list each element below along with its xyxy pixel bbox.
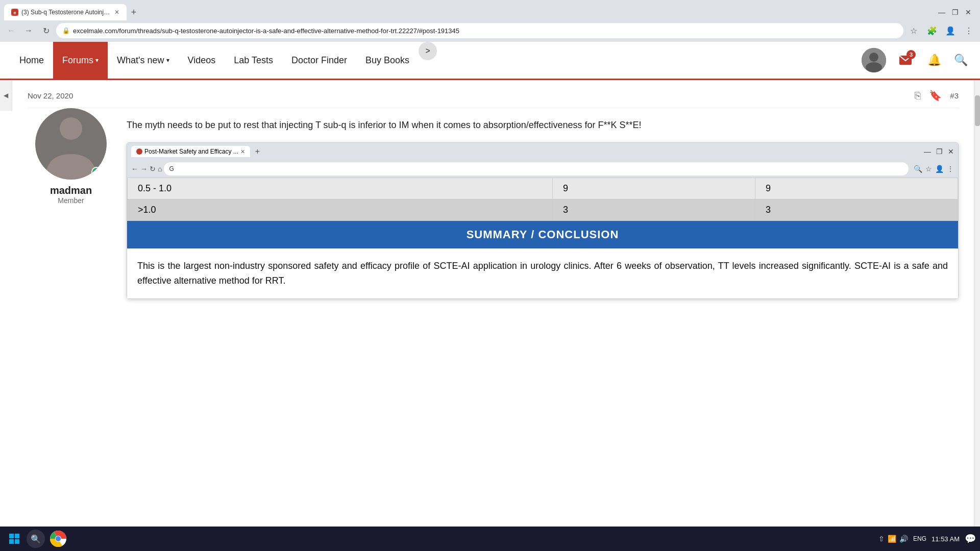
bookmark-icon[interactable]: 🔖 (929, 89, 942, 102)
taskbar: 🔍 ⇧ 📶 🔊 ENG 11:53 AM 💬 (0, 527, 980, 551)
site-nav: Home Forums ▾ What's new ▾ Videos Lab Te… (0, 42, 980, 80)
taskbar-chrome-icon[interactable] (49, 530, 67, 548)
table-cell-val2-2: 3 (755, 199, 958, 221)
windows-start-button[interactable] (4, 529, 24, 549)
reload-button[interactable]: ↻ (39, 23, 53, 38)
share-icon[interactable]: ⎘ (915, 90, 921, 102)
svg-rect-12 (15, 534, 19, 538)
embedded-win-controls: — ❐ ✕ (924, 147, 954, 156)
summary-header: SUMMARY / CONCLUSION (127, 221, 958, 248)
svg-text:e: e (13, 10, 16, 15)
embedded-restore[interactable]: ❐ (936, 147, 943, 156)
post-body: The myth needs to be put to rest that in… (127, 108, 959, 309)
user-avatar-nav[interactable] (862, 48, 886, 72)
bookmark-star-icon[interactable]: ☆ (906, 23, 921, 38)
data-table: 0.5 - 1.0 9 9 >1.0 3 3 (127, 178, 958, 221)
forums-chevron-icon: ▾ (95, 57, 99, 64)
embedded-reload[interactable]: ↻ (150, 165, 156, 173)
nav-videos[interactable]: Videos (179, 42, 225, 79)
arrow-up-icon[interactable]: ⇧ (878, 535, 885, 543)
taskbar-right: ⇧ 📶 🔊 ENG 11:53 AM 💬 (878, 533, 976, 544)
nav-more-button[interactable]: > (419, 42, 437, 60)
back-button[interactable]: ← (4, 23, 18, 38)
embedded-tab[interactable]: Post-Market Safety and Efficacy ... ✕ (131, 146, 250, 157)
main-content: Nov 22, 2020 ⎘ 🔖 #3 (12, 80, 974, 527)
volume-icon[interactable]: 🔊 (899, 535, 908, 543)
embedded-back[interactable]: ← (131, 165, 138, 173)
taskbar-search-button[interactable]: 🔍 (27, 530, 45, 548)
nav-whats-new[interactable]: What's new ▾ (108, 42, 178, 79)
forward-button[interactable]: → (21, 23, 36, 38)
summary-body: This is the largest non-industry sponsor… (127, 248, 958, 298)
table-cell-range-1: 0.5 - 1.0 (128, 178, 553, 199)
minimize-button[interactable]: — (938, 9, 945, 16)
nav-forums[interactable]: Forums ▾ (53, 42, 108, 79)
messages-button[interactable]: 3 (894, 49, 917, 71)
search-button[interactable]: 🔍 (951, 51, 970, 69)
close-button[interactable]: ✕ (965, 9, 972, 16)
embedded-forward[interactable]: → (140, 165, 148, 173)
profile-icon[interactable]: 👤 (943, 23, 958, 38)
embedded-tab-close[interactable]: ✕ (240, 148, 245, 155)
site-wrapper: Home Forums ▾ What's new ▾ Videos Lab Te… (0, 42, 980, 527)
user-role: Member (58, 196, 84, 205)
nav-lab-tests[interactable]: Lab Tests (225, 42, 282, 79)
address-bar[interactable]: 🔒 excelmale.com/forum/threads/sub-q-test… (56, 23, 903, 38)
window-controls: — ❐ ✕ (938, 9, 976, 16)
sidebar-collapse-button[interactable]: ◀ (0, 80, 12, 111)
embedded-close[interactable]: ✕ (948, 147, 954, 156)
network-icon[interactable]: 📶 (888, 535, 896, 543)
table-row: 0.5 - 1.0 9 9 (128, 178, 958, 199)
scrollbar-thumb[interactable] (975, 95, 980, 126)
notifications-button[interactable]: 🔔 (925, 51, 943, 69)
lock-icon: 🔒 (62, 27, 70, 34)
svg-point-4 (866, 62, 882, 72)
active-tab[interactable]: e (3) Sub-q Testosterone Autoinject... ✕ (4, 4, 127, 20)
tab-close-button[interactable]: ✕ (114, 9, 119, 16)
embedded-browser: Post-Market Safety and Efficacy ... ✕ + … (127, 142, 959, 299)
nav-home[interactable]: Home (10, 42, 53, 79)
restore-button[interactable]: ❐ (951, 9, 959, 16)
table-row: >1.0 3 3 (128, 199, 958, 221)
right-scrollbar[interactable] (974, 80, 980, 527)
language-indicator: ENG (913, 535, 926, 542)
whats-new-chevron-icon: ▾ (166, 57, 169, 64)
table-cell-range-2: >1.0 (128, 199, 553, 221)
notification-center-icon[interactable]: 💬 (965, 533, 976, 544)
clock: 11:53 AM (932, 535, 960, 543)
nav-buy-books[interactable]: Buy Books (356, 42, 419, 79)
post-row: madman Member The myth needs to be put t… (28, 108, 959, 309)
svg-point-17 (56, 536, 61, 541)
embedded-star-icon[interactable]: ☆ (925, 165, 932, 173)
embedded-url-text: G (169, 165, 174, 172)
embedded-url-bar[interactable]: G (164, 162, 909, 176)
tab-label: (3) Sub-q Testosterone Autoinject... (21, 9, 111, 16)
svg-point-9 (94, 169, 99, 174)
embedded-profile-icon[interactable]: 👤 (935, 165, 944, 173)
embedded-address-row: ← → ↻ ⌂ G 🔍 ☆ 👤 ⋮ (127, 160, 958, 178)
new-tab-button[interactable]: + (127, 5, 141, 19)
nav-doctor-finder[interactable]: Doctor Finder (282, 42, 356, 79)
tab-bar: e (3) Sub-q Testosterone Autoinject... ✕… (4, 4, 141, 20)
taskbar-time: 11:53 AM (932, 535, 960, 543)
table-cell-val1-1: 9 (553, 178, 755, 199)
embedded-zoom-icon[interactable]: 🔍 (914, 165, 922, 173)
post-text: The myth needs to be put to rest that in… (127, 118, 959, 132)
embedded-tab-label: Post-Market Safety and Efficacy ... (144, 148, 238, 155)
svg-rect-14 (15, 539, 19, 544)
embedded-minimize[interactable]: — (924, 147, 931, 156)
embedded-home[interactable]: ⌂ (158, 165, 162, 173)
browser-chrome: e (3) Sub-q Testosterone Autoinject... ✕… (0, 0, 980, 42)
menu-icon[interactable]: ⋮ (962, 23, 976, 38)
post-number: #3 (950, 91, 959, 100)
table-cell-val1-2: 3 (553, 199, 755, 221)
embedded-menu-icon[interactable]: ⋮ (947, 165, 954, 173)
table-cell-val2-1: 9 (755, 178, 958, 199)
svg-rect-11 (9, 534, 14, 538)
system-tray-icons: ⇧ 📶 🔊 (878, 535, 908, 543)
extensions-icon[interactable]: 🧩 (925, 23, 939, 38)
title-bar: e (3) Sub-q Testosterone Autoinject... ✕… (0, 0, 980, 20)
content-area: ◀ Nov 22, 2020 ⎘ 🔖 #3 (0, 80, 980, 527)
embedded-new-tab-button[interactable]: + (255, 147, 260, 156)
username[interactable]: madman (50, 185, 92, 196)
